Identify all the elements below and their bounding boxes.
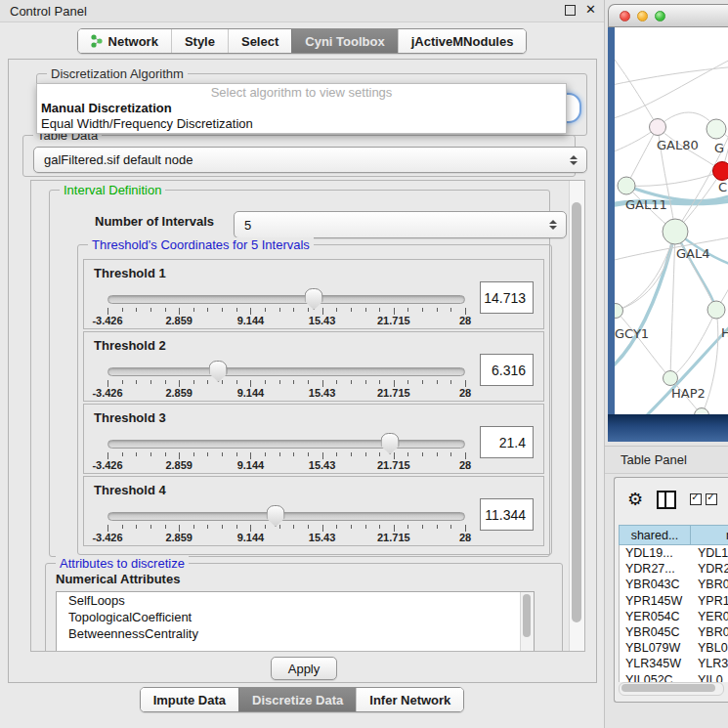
slider-thumb[interactable] (209, 361, 228, 382)
slider-thumb[interactable] (267, 505, 285, 527)
settings-scrollbar[interactable] (569, 181, 584, 651)
table-row[interactable]: YDR27...YDR2 (620, 561, 728, 577)
slider-thumb[interactable] (305, 288, 323, 310)
tick-mark (336, 380, 337, 384)
table-cell[interactable]: YPR145W (620, 593, 692, 609)
column-header[interactable]: n (691, 525, 728, 545)
table-cell[interactable]: YBL079W (620, 640, 692, 656)
list-scrollbar[interactable] (520, 592, 534, 652)
table-cell[interactable]: YIL0 (692, 672, 728, 683)
threshold-slider[interactable]: -3.4262.8599.14415.4321.71528 (107, 362, 465, 399)
table-horizontal-scrollbar[interactable] (619, 682, 724, 696)
checkbox-group (690, 493, 717, 505)
number-of-intervals-combobox[interactable]: 5 (234, 211, 567, 238)
slider-thumb[interactable] (381, 433, 400, 454)
apply-button[interactable]: Apply (271, 657, 337, 680)
table-cell[interactable]: YBR0 (692, 624, 728, 640)
node-label: GAL11 (625, 197, 667, 212)
table-data-combobox[interactable]: galFiltered.sif default node (33, 147, 587, 173)
table-cell[interactable]: YBL0 (692, 640, 728, 656)
table-cell[interactable]: YDL19... (620, 545, 692, 561)
table-row[interactable]: YBR043CYBR0 (620, 577, 728, 592)
threshold-value-field[interactable]: 11.344 (480, 498, 534, 531)
network-window-titlebar[interactable] (608, 4, 728, 27)
mac-zoom-icon[interactable] (655, 11, 665, 21)
tick-mark (465, 308, 466, 315)
dropdown-option[interactable]: Equal Width/Frequency Discretization (37, 116, 566, 132)
threshold-value-field[interactable]: 14.713 (480, 281, 534, 314)
table-cell[interactable]: YLR345W (620, 656, 692, 671)
table-row[interactable]: YBR045CYBR0 (620, 624, 728, 640)
dropdown-option[interactable]: Manual Discretization (37, 101, 566, 116)
columns-icon[interactable] (657, 491, 676, 509)
table-cell[interactable]: YER054C (620, 609, 692, 624)
network-edge[interactable] (615, 66, 728, 86)
network-edge[interactable] (722, 104, 728, 171)
network-node[interactable] (663, 219, 688, 244)
tick-mark (422, 380, 423, 384)
table-cell[interactable]: YDL1 (692, 545, 728, 561)
checkbox-icon[interactable] (706, 493, 717, 505)
network-node[interactable] (650, 119, 666, 136)
network-node[interactable] (707, 119, 726, 139)
close-icon[interactable]: ✕ (585, 4, 596, 16)
network-node[interactable] (707, 301, 725, 319)
table-row[interactable]: YIL052CYIL0 (620, 672, 728, 683)
table-cell[interactable]: YBR0 (692, 577, 728, 592)
tab-discretize-data[interactable]: Discretize Data (238, 688, 356, 711)
tab-cyni-toolbox[interactable]: Cyni Toolbox (291, 29, 397, 53)
tab-style[interactable]: Style (171, 29, 228, 53)
network-node[interactable] (618, 177, 635, 194)
threshold-value-field[interactable]: 21.4 (480, 426, 534, 458)
slider-track[interactable] (107, 367, 465, 376)
table-row[interactable]: YLR345WYLR3 (620, 656, 728, 671)
table-row[interactable]: YPR145WYPR1 (620, 593, 728, 609)
network-node[interactable] (615, 304, 623, 319)
table-row[interactable]: YER054CYER0 (620, 609, 728, 624)
threshold-slider[interactable]: -3.4262.8599.14415.4321.71528 (107, 506, 465, 543)
threshold-slider[interactable]: -3.4262.8599.14415.4321.71528 (107, 434, 465, 471)
network-edge[interactable] (616, 232, 675, 311)
table-cell[interactable]: YIL052C (620, 672, 692, 683)
threshold-value-field[interactable]: 6.316 (480, 354, 534, 386)
table-cell[interactable]: YER0 (692, 609, 728, 624)
list-item[interactable]: BetweennessCentrality (57, 625, 534, 642)
tick-mark (136, 525, 137, 529)
table-cell[interactable]: YBR043C (620, 577, 692, 592)
column-header[interactable]: shared... (619, 525, 691, 545)
tab-select[interactable]: Select (228, 29, 291, 53)
list-item[interactable]: TopologicalCoefficient (57, 609, 534, 625)
float-icon[interactable] (565, 5, 576, 16)
list-item[interactable]: SelfLoops (57, 592, 534, 609)
network-canvas[interactable]: GAL80GCGAL11GAL4GCY1HHAP2 (615, 27, 728, 414)
network-edge[interactable] (626, 127, 658, 186)
tab-impute-data[interactable]: Impute Data (141, 688, 238, 711)
slider-track[interactable] (107, 295, 465, 304)
gear-icon[interactable]: ⚙ (627, 491, 643, 508)
tick-mark (465, 452, 466, 459)
tab-jactivemnodules[interactable]: jActiveMNodules (398, 29, 527, 53)
tick-mark (437, 525, 438, 529)
mac-close-icon[interactable] (620, 11, 630, 21)
tab-infer-network[interactable]: Infer Network (356, 688, 463, 711)
network-edge[interactable] (615, 232, 675, 371)
checkbox-icon[interactable] (690, 493, 702, 505)
table-row[interactable]: YDL19...YDL1 (620, 545, 728, 561)
table-cell[interactable]: YLR3 (692, 656, 728, 671)
table-row[interactable]: YBL079WYBL0 (620, 640, 728, 656)
tick-label: -3.426 (92, 459, 122, 471)
network-edge[interactable] (616, 232, 675, 311)
network-node[interactable] (713, 162, 728, 181)
slider-track[interactable] (107, 512, 465, 521)
tick-mark (179, 452, 180, 459)
network-edge[interactable] (615, 57, 728, 120)
network-node[interactable] (664, 371, 678, 386)
table-cell[interactable]: YPR1 (692, 593, 728, 609)
table-cell[interactable]: YBR045C (620, 624, 692, 640)
table-cell[interactable]: YDR27... (620, 561, 692, 577)
table-cell[interactable]: YDR2 (692, 561, 728, 577)
slider-track[interactable] (107, 440, 465, 449)
threshold-slider[interactable]: -3.4262.8599.14415.4321.71528 (107, 289, 465, 326)
mac-minimize-icon[interactable] (637, 11, 648, 21)
tab-network[interactable]: Network (78, 29, 171, 53)
